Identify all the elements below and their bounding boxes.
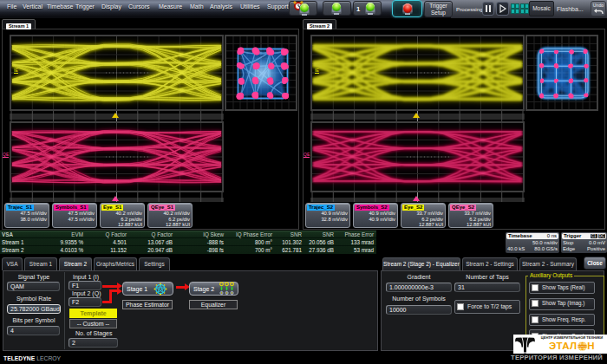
svg-text:ПРИБОР: ПРИБОР — [578, 345, 587, 347]
